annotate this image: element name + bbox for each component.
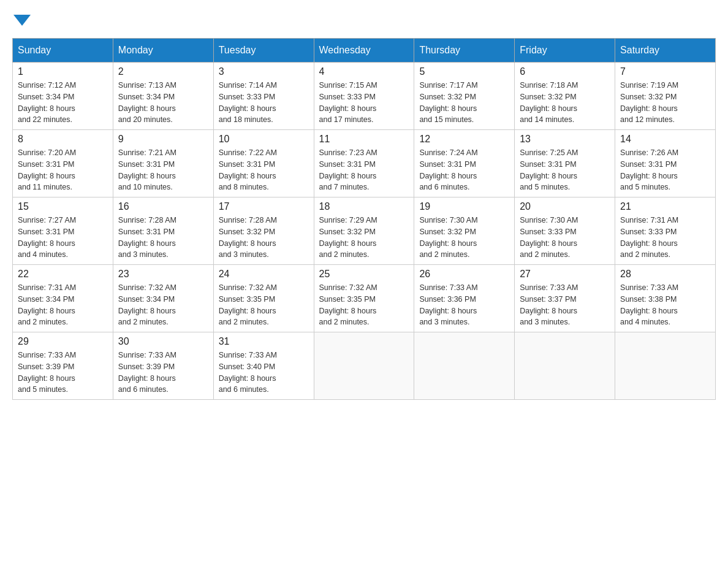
weekday-header-wednesday: Wednesday (314, 39, 414, 63)
day-number: 5 (419, 66, 509, 77)
calendar-week-row: 29Sunrise: 7:33 AMSunset: 3:39 PMDayligh… (13, 332, 716, 400)
calendar-cell: 20Sunrise: 7:30 AMSunset: 3:33 PMDayligh… (515, 197, 615, 265)
calendar-cell: 26Sunrise: 7:33 AMSunset: 3:36 PMDayligh… (414, 265, 515, 332)
calendar-cell: 14Sunrise: 7:26 AMSunset: 3:31 PMDayligh… (615, 130, 716, 197)
day-info: Sunrise: 7:28 AMSunset: 3:32 PMDaylight:… (219, 215, 309, 261)
day-number: 9 (118, 134, 208, 145)
calendar-cell: 17Sunrise: 7:28 AMSunset: 3:32 PMDayligh… (213, 197, 314, 265)
day-info: Sunrise: 7:17 AMSunset: 3:32 PMDaylight:… (419, 80, 509, 126)
calendar-cell: 18Sunrise: 7:29 AMSunset: 3:32 PMDayligh… (314, 197, 414, 265)
calendar-cell (314, 332, 414, 400)
day-number: 17 (219, 201, 309, 212)
day-number: 13 (520, 134, 610, 145)
weekday-header-saturday: Saturday (615, 39, 716, 63)
day-info: Sunrise: 7:30 AMSunset: 3:33 PMDaylight:… (520, 215, 610, 261)
day-info: Sunrise: 7:26 AMSunset: 3:31 PMDaylight:… (620, 147, 710, 193)
calendar-cell: 24Sunrise: 7:32 AMSunset: 3:35 PMDayligh… (213, 265, 314, 332)
day-info: Sunrise: 7:20 AMSunset: 3:31 PMDaylight:… (18, 147, 108, 193)
day-number: 21 (620, 201, 710, 212)
day-number: 4 (319, 66, 409, 77)
day-number: 22 (18, 269, 108, 280)
day-info: Sunrise: 7:32 AMSunset: 3:35 PMDaylight:… (219, 282, 309, 328)
day-info: Sunrise: 7:32 AMSunset: 3:34 PMDaylight:… (118, 282, 208, 328)
calendar-week-row: 22Sunrise: 7:31 AMSunset: 3:34 PMDayligh… (13, 265, 716, 332)
calendar-cell: 15Sunrise: 7:27 AMSunset: 3:31 PMDayligh… (13, 197, 113, 265)
calendar-cell (515, 332, 615, 400)
day-info: Sunrise: 7:33 AMSunset: 3:37 PMDaylight:… (520, 282, 610, 328)
calendar-cell: 29Sunrise: 7:33 AMSunset: 3:39 PMDayligh… (13, 332, 113, 400)
calendar-table: SundayMondayTuesdayWednesdayThursdayFrid… (12, 38, 716, 400)
day-number: 12 (419, 134, 509, 145)
day-info: Sunrise: 7:33 AMSunset: 3:39 PMDaylight:… (18, 350, 108, 396)
day-number: 24 (219, 269, 309, 280)
calendar-cell: 28Sunrise: 7:33 AMSunset: 3:38 PMDayligh… (615, 265, 716, 332)
day-info: Sunrise: 7:18 AMSunset: 3:32 PMDaylight:… (520, 80, 610, 126)
day-info: Sunrise: 7:19 AMSunset: 3:32 PMDaylight:… (620, 80, 710, 126)
calendar-cell: 10Sunrise: 7:22 AMSunset: 3:31 PMDayligh… (213, 130, 314, 197)
day-number: 16 (118, 201, 208, 212)
day-number: 25 (319, 269, 409, 280)
day-info: Sunrise: 7:31 AMSunset: 3:33 PMDaylight:… (620, 215, 710, 261)
logo (12, 12, 32, 26)
day-number: 27 (520, 269, 610, 280)
day-number: 29 (18, 336, 108, 347)
weekday-header-monday: Monday (113, 39, 213, 63)
day-number: 1 (18, 66, 108, 77)
page-header (12, 12, 716, 26)
calendar-cell: 5Sunrise: 7:17 AMSunset: 3:32 PMDaylight… (414, 63, 515, 130)
day-number: 15 (18, 201, 108, 212)
calendar-cell: 9Sunrise: 7:21 AMSunset: 3:31 PMDaylight… (113, 130, 213, 197)
day-number: 10 (219, 134, 309, 145)
day-info: Sunrise: 7:13 AMSunset: 3:34 PMDaylight:… (118, 80, 208, 126)
calendar-week-row: 1Sunrise: 7:12 AMSunset: 3:34 PMDaylight… (13, 63, 716, 130)
day-info: Sunrise: 7:33 AMSunset: 3:38 PMDaylight:… (620, 282, 710, 328)
day-info: Sunrise: 7:12 AMSunset: 3:34 PMDaylight:… (18, 80, 108, 126)
calendar-cell: 22Sunrise: 7:31 AMSunset: 3:34 PMDayligh… (13, 265, 113, 332)
calendar-cell: 23Sunrise: 7:32 AMSunset: 3:34 PMDayligh… (113, 265, 213, 332)
day-number: 2 (118, 66, 208, 77)
day-info: Sunrise: 7:33 AMSunset: 3:36 PMDaylight:… (419, 282, 509, 328)
day-number: 18 (319, 201, 409, 212)
day-info: Sunrise: 7:24 AMSunset: 3:31 PMDaylight:… (419, 147, 509, 193)
day-info: Sunrise: 7:30 AMSunset: 3:32 PMDaylight:… (419, 215, 509, 261)
weekday-header-sunday: Sunday (13, 39, 113, 63)
calendar-cell: 30Sunrise: 7:33 AMSunset: 3:39 PMDayligh… (113, 332, 213, 400)
calendar-cell: 7Sunrise: 7:19 AMSunset: 3:32 PMDaylight… (615, 63, 716, 130)
calendar-cell: 12Sunrise: 7:24 AMSunset: 3:31 PMDayligh… (414, 130, 515, 197)
day-info: Sunrise: 7:22 AMSunset: 3:31 PMDaylight:… (219, 147, 309, 193)
logo-arrow-icon (13, 15, 31, 26)
day-info: Sunrise: 7:15 AMSunset: 3:33 PMDaylight:… (319, 80, 409, 126)
day-number: 7 (620, 66, 710, 77)
day-info: Sunrise: 7:21 AMSunset: 3:31 PMDaylight:… (118, 147, 208, 193)
day-info: Sunrise: 7:25 AMSunset: 3:31 PMDaylight:… (520, 147, 610, 193)
weekday-header-thursday: Thursday (414, 39, 515, 63)
calendar-header-row: SundayMondayTuesdayWednesdayThursdayFrid… (13, 39, 716, 63)
calendar-cell: 16Sunrise: 7:28 AMSunset: 3:31 PMDayligh… (113, 197, 213, 265)
day-info: Sunrise: 7:32 AMSunset: 3:35 PMDaylight:… (319, 282, 409, 328)
day-number: 14 (620, 134, 710, 145)
day-number: 28 (620, 269, 710, 280)
calendar-cell: 25Sunrise: 7:32 AMSunset: 3:35 PMDayligh… (314, 265, 414, 332)
day-info: Sunrise: 7:33 AMSunset: 3:40 PMDaylight:… (219, 350, 309, 396)
calendar-cell (414, 332, 515, 400)
weekday-header-tuesday: Tuesday (213, 39, 314, 63)
day-number: 20 (520, 201, 610, 212)
weekday-header-friday: Friday (515, 39, 615, 63)
day-number: 19 (419, 201, 509, 212)
day-number: 23 (118, 269, 208, 280)
calendar-cell: 27Sunrise: 7:33 AMSunset: 3:37 PMDayligh… (515, 265, 615, 332)
day-info: Sunrise: 7:27 AMSunset: 3:31 PMDaylight:… (18, 215, 108, 261)
calendar-cell: 11Sunrise: 7:23 AMSunset: 3:31 PMDayligh… (314, 130, 414, 197)
day-info: Sunrise: 7:28 AMSunset: 3:31 PMDaylight:… (118, 215, 208, 261)
day-number: 31 (219, 336, 309, 347)
calendar-cell (615, 332, 716, 400)
calendar-cell: 4Sunrise: 7:15 AMSunset: 3:33 PMDaylight… (314, 63, 414, 130)
day-info: Sunrise: 7:31 AMSunset: 3:34 PMDaylight:… (18, 282, 108, 328)
day-info: Sunrise: 7:23 AMSunset: 3:31 PMDaylight:… (319, 147, 409, 193)
calendar-cell: 19Sunrise: 7:30 AMSunset: 3:32 PMDayligh… (414, 197, 515, 265)
day-info: Sunrise: 7:33 AMSunset: 3:39 PMDaylight:… (118, 350, 208, 396)
calendar-cell: 13Sunrise: 7:25 AMSunset: 3:31 PMDayligh… (515, 130, 615, 197)
day-info: Sunrise: 7:29 AMSunset: 3:32 PMDaylight:… (319, 215, 409, 261)
calendar-cell: 21Sunrise: 7:31 AMSunset: 3:33 PMDayligh… (615, 197, 716, 265)
day-number: 11 (319, 134, 409, 145)
